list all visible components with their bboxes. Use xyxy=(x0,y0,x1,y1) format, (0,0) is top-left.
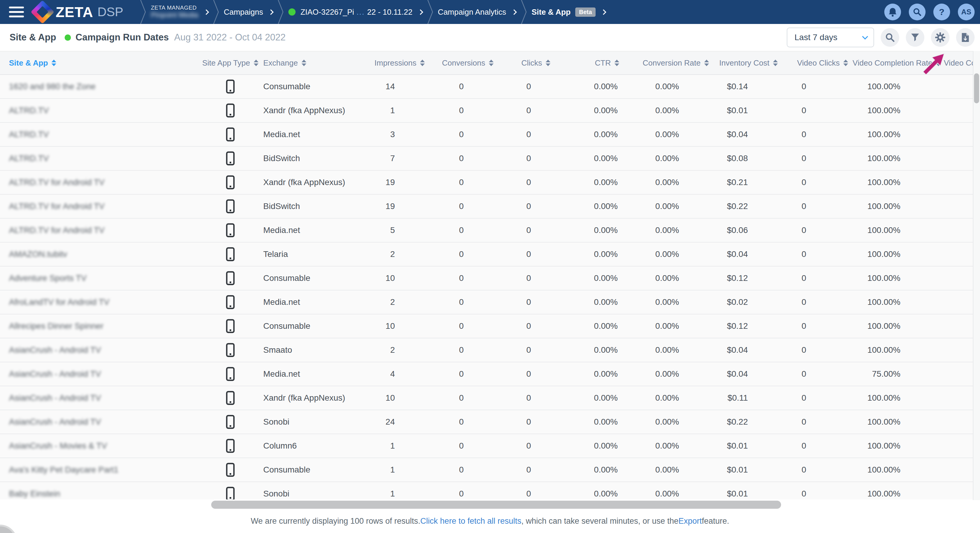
cell-conversion_rate: 0.00% xyxy=(622,75,712,98)
table-row[interactable]: ALTRD.TV BidSwitch7000.00%0.00%$0.080100… xyxy=(0,147,973,171)
settings-button[interactable] xyxy=(931,28,950,47)
cell-video_completes: 10 xyxy=(944,266,973,290)
table-row[interactable]: AsianCrush - Android TV Smaato2000.00%0.… xyxy=(0,338,973,362)
sort-arrows-icon[interactable] xyxy=(489,60,493,66)
cell-clicks: 0 xyxy=(496,266,554,290)
notifications-button[interactable] xyxy=(884,3,901,20)
cell-video_clicks: 0 xyxy=(781,314,851,338)
mobile-app-icon xyxy=(226,391,235,405)
footer-text: , which can take several minutes, or use… xyxy=(522,517,678,526)
cell-site_app_type xyxy=(197,75,263,98)
cell-conversions: 0 xyxy=(428,243,496,266)
cell-video_clicks: 0 xyxy=(781,290,851,314)
breadcrumb-campaign[interactable]: ZIAO-32267_Pi ... 22 - 10.11.22 xyxy=(288,8,422,17)
table-row[interactable]: ALTRD.TV for Android TV Media.net5000.00… xyxy=(0,219,973,243)
site-app-name-redacted: AsianCrush - Android TV xyxy=(9,369,101,379)
vertical-scrollbar-track[interactable] xyxy=(973,51,980,500)
sort-arrows-icon[interactable] xyxy=(614,60,619,66)
help-button[interactable]: ? xyxy=(933,3,950,20)
table-row[interactable]: AsianCrush - Android TV Media.net4000.00… xyxy=(0,362,973,386)
mobile-app-icon xyxy=(226,223,235,238)
gear-icon xyxy=(935,32,946,43)
table-row[interactable]: AMAZON.tubitv Telaria2000.00%0.00%$0.040… xyxy=(0,243,973,266)
column-header-site_app_type[interactable]: Site App Type xyxy=(197,51,263,74)
filter-button[interactable] xyxy=(906,28,924,47)
table-row[interactable]: Baby Einstein Sonobi1000.00%0.00%$0.0101… xyxy=(0,482,973,499)
column-header-exchange[interactable]: Exchange xyxy=(263,51,372,74)
column-header-conversions[interactable]: Conversions xyxy=(428,51,496,74)
sort-arrows-icon[interactable] xyxy=(254,60,258,66)
table-search-button[interactable] xyxy=(881,28,899,47)
column-header-video_completes[interactable]: Video Completes xyxy=(944,51,973,74)
sort-arrows-icon[interactable] xyxy=(843,60,848,66)
export-link[interactable]: Export xyxy=(678,517,702,526)
cell-conversion_rate: 0.00% xyxy=(622,243,712,266)
column-label: CTR xyxy=(595,58,611,68)
cell-impressions: 2 xyxy=(372,338,428,362)
file-download-icon xyxy=(961,32,970,43)
sort-arrows-icon[interactable] xyxy=(302,60,306,66)
column-header-impressions[interactable]: Impressions xyxy=(372,51,428,74)
column-header-video_completion_rate[interactable]: Video Completion Rate xyxy=(851,51,944,74)
date-range-select[interactable]: Last 7 days xyxy=(787,27,874,47)
cell-impressions: 10 xyxy=(372,266,428,290)
brand-logo[interactable]: ZETA DSP xyxy=(32,3,123,20)
column-header-conversion_rate[interactable]: Conversion Rate xyxy=(622,51,712,74)
sort-arrows-icon[interactable] xyxy=(704,60,709,66)
vertical-scrollbar-thumb[interactable] xyxy=(974,73,979,103)
cell-video_completes: 1 xyxy=(944,99,973,122)
table-row[interactable]: ALTRD.TV for Android TV Xandr (fka AppNe… xyxy=(0,171,973,195)
sort-arrows-icon[interactable] xyxy=(773,60,778,66)
cell-conversions: 0 xyxy=(428,434,496,458)
cell-video_completes: 1 xyxy=(944,482,973,499)
cell-video_completion_rate: 100.00% xyxy=(851,171,944,194)
column-header-clicks[interactable]: Clicks xyxy=(496,51,554,74)
cell-impressions: 10 xyxy=(372,314,428,338)
column-header-inventory_cost[interactable]: Inventory Cost xyxy=(712,51,781,74)
table-row[interactable]: ALTRD.TV Media.net3000.00%0.00%$0.040100… xyxy=(0,123,973,147)
table-row[interactable]: AsianCrush - Android TV Sonobi24000.00%0… xyxy=(0,410,973,434)
hamburger-menu-icon[interactable] xyxy=(9,6,24,18)
horizontal-scrollbar-thumb[interactable] xyxy=(211,501,781,509)
export-button[interactable] xyxy=(956,28,975,47)
site-app-name-redacted: AsianCrush - Movies & TV xyxy=(9,441,107,451)
table-row[interactable]: Allrecipes Dinner Spinner Consumable1000… xyxy=(0,314,973,338)
table-row[interactable]: Adventure Sports TV Consumable10000.00%0… xyxy=(0,266,973,290)
site-app-name-redacted: ALTRD.TV for Android TV xyxy=(9,225,105,235)
table-row[interactable]: 1620 and 980 the Zone Consumable14000.00… xyxy=(0,75,973,99)
site-app-name-redacted: ALTRD.TV for Android TV xyxy=(9,177,105,187)
cell-video_completion_rate: 100.00% xyxy=(851,147,944,170)
column-header-site_app[interactable]: Site & App xyxy=(0,51,197,74)
column-header-video_clicks[interactable]: Video Clicks xyxy=(781,51,851,74)
fetch-all-results-link[interactable]: Click here to fetch all results xyxy=(420,517,522,526)
table-row[interactable]: AsianCrush - Android TV Xandr (fka AppNe… xyxy=(0,386,973,410)
cell-ctr: 0.00% xyxy=(554,99,622,122)
table-row[interactable]: AsianCrush - Movies & TV Column61000.00%… xyxy=(0,434,973,458)
sort-arrows-icon[interactable] xyxy=(546,60,550,66)
cell-conversion_rate: 0.00% xyxy=(622,434,712,458)
managed-eyebrow: ZETA MANAGED xyxy=(151,5,198,11)
sort-arrows-icon[interactable] xyxy=(420,60,425,66)
user-avatar[interactable]: AS xyxy=(958,3,975,20)
cell-exchange: Consumable xyxy=(263,458,372,482)
column-header-ctr[interactable]: CTR xyxy=(554,51,622,74)
breadcrumb-campaigns[interactable]: Campaigns xyxy=(224,8,273,17)
table-row[interactable]: AfroLandTV for Android TV Media.net2000.… xyxy=(0,290,973,314)
breadcrumb-managed-account[interactable]: ZETA MANAGED Pinpoint Media xyxy=(151,5,208,19)
sort-arrows-icon[interactable] xyxy=(936,60,941,66)
cell-site_app_type xyxy=(197,290,263,314)
table-row[interactable]: ALTRD.TV for Android TV BidSwitch19000.0… xyxy=(0,195,973,219)
cell-exchange: Xandr (fka AppNexus) xyxy=(263,99,372,122)
cell-ctr: 0.00% xyxy=(554,434,622,458)
breadcrumb-site-app[interactable]: Site & App Beta xyxy=(531,8,606,17)
cell-conversion_rate: 0.00% xyxy=(622,171,712,194)
table-row[interactable]: ALTRD.TV Xandr (fka AppNexus)1000.00%0.0… xyxy=(0,99,973,123)
table-row[interactable]: Ava's Kitty Pet Daycare Part1 Consumable… xyxy=(0,458,973,482)
cell-clicks: 0 xyxy=(496,386,554,410)
breadcrumb-campaign-analytics[interactable]: Campaign Analytics xyxy=(438,8,516,17)
sort-arrows-icon[interactable] xyxy=(51,60,56,66)
cell-conversions: 0 xyxy=(428,290,496,314)
page-subheader: Site & App Campaign Run Dates Aug 31 202… xyxy=(0,24,980,51)
cell-site_app_type xyxy=(197,386,263,410)
global-search-button[interactable] xyxy=(909,3,926,20)
